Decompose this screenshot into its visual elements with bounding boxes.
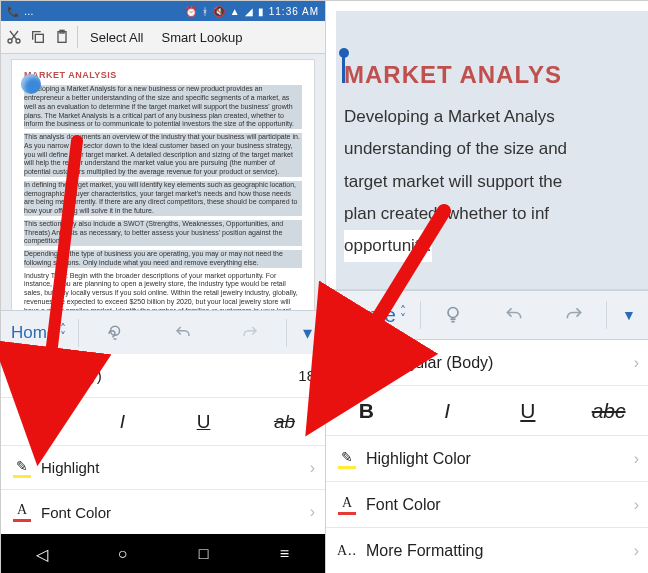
home-nav-icon[interactable]: ○ <box>82 534 163 573</box>
context-toolbar: Select All Smart Lookup <box>1 21 325 54</box>
ribbon-bar: Home ˄˅ ▼ <box>326 290 648 340</box>
font-color-icon: A <box>336 495 358 515</box>
highlight-row[interactable]: ✎ Highlight Color › <box>326 436 648 482</box>
bold-button[interactable]: B <box>326 386 407 436</box>
android-status-bar: 📞 … ⏰ ᚼ 🔇 ▲ ◢ ▮ 11:36 AM <box>1 1 325 21</box>
copy-icon[interactable] <box>29 28 47 46</box>
redo-icon[interactable] <box>216 324 284 342</box>
separator <box>606 301 607 329</box>
doc-para: This analysis documents an overview of t… <box>24 133 302 177</box>
font-color-row[interactable]: A Font Color › <box>326 482 648 528</box>
tell-me-icon[interactable] <box>81 324 149 342</box>
signal-icon: ◢ <box>245 6 254 17</box>
paste-icon[interactable] <box>53 28 71 46</box>
battery-icon: ▮ <box>258 6 265 17</box>
format-panel: Calibri (Body) 18 B I U ab ✎ Highlight ›… <box>1 354 325 534</box>
bluetooth-icon: ᚼ <box>202 6 209 17</box>
chevron-right-icon: › <box>634 542 639 560</box>
ribbon-bar: Home ˄˅ ▾ <box>1 310 325 354</box>
zoom-line: understanding of the size and <box>344 133 648 165</box>
font-color-label: Font Color <box>366 496 634 514</box>
smart-lookup-button[interactable]: Smart Lookup <box>155 26 248 49</box>
status-left-icons: 📞 … <box>7 6 35 17</box>
tell-me-icon[interactable] <box>423 305 483 325</box>
chevron-right-icon: › <box>634 496 639 514</box>
font-name: Calibri Regular (Body) <box>336 354 634 372</box>
italic-button[interactable]: I <box>407 386 488 436</box>
doc-para: Developing a Market Analysis for a new b… <box>24 85 302 129</box>
chevron-right-icon: › <box>634 354 639 372</box>
menu-nav-icon[interactable]: ≡ <box>244 534 325 573</box>
chevron-updown-icon: ˄˅ <box>400 307 406 323</box>
collapse-ribbon-icon[interactable]: ▾ <box>289 322 325 344</box>
separator <box>420 301 421 329</box>
selection-handle[interactable] <box>21 74 41 94</box>
chevron-right-icon: › <box>310 503 315 521</box>
recent-nav-icon[interactable]: □ <box>163 534 244 573</box>
zoom-content: MARKET ANALYS Developing a Market Analys… <box>344 61 648 262</box>
ribbon-tab-home[interactable]: Home ˄˅ <box>326 303 418 327</box>
doc-title-zoom: MARKET ANALYS <box>344 61 648 89</box>
more-formatting-label: More Formatting <box>366 542 634 560</box>
zoom-line: plan created, whether to inf <box>344 198 648 230</box>
redo-icon[interactable] <box>544 305 604 325</box>
more-formatting-icon: A.. <box>336 543 358 559</box>
highlight-row[interactable]: ✎ Highlight › <box>1 446 325 490</box>
font-row[interactable]: Calibri Regular (Body) › <box>326 340 648 386</box>
style-row: B I U ab <box>1 398 325 446</box>
doc-para: Depending on the type of business you ar… <box>24 250 302 268</box>
ribbon-tab-home[interactable]: Home ˄˅ <box>1 323 76 343</box>
font-color-icon: A <box>11 502 33 522</box>
bold-button[interactable]: B <box>1 398 82 446</box>
android-nav-bar: ◁ ○ □ ≡ <box>1 534 325 573</box>
chevron-right-icon: › <box>310 459 315 477</box>
highlight-label: Highlight <box>41 459 310 476</box>
ribbon-tab-label: Home <box>340 303 396 327</box>
highlight-icon: ✎ <box>336 449 358 469</box>
font-color-label: Font Color <box>41 504 310 521</box>
undo-icon[interactable] <box>483 305 543 325</box>
cut-icon[interactable] <box>5 28 23 46</box>
font-row[interactable]: Calibri (Body) 18 <box>1 354 325 398</box>
font-color-row[interactable]: A Font Color › <box>1 490 325 534</box>
doc-para: In defining the target market, you will … <box>24 181 302 216</box>
document-viewport[interactable]: MARKET ANALYSIS Developing a Market Anal… <box>1 54 325 310</box>
font-size: 18 <box>298 367 315 384</box>
zoom-line: Developing a Market Analys <box>344 101 648 133</box>
zoom-line: opportunity. <box>344 230 432 262</box>
svg-rect-2 <box>35 34 43 42</box>
wifi-icon: ▲ <box>230 6 241 17</box>
document-viewport-zoom[interactable]: MARKET ANALYS Developing a Market Analys… <box>326 1 648 290</box>
italic-button[interactable]: I <box>82 398 163 446</box>
collapse-ribbon-icon[interactable]: ▼ <box>609 307 648 323</box>
status-right-icons: ⏰ ᚼ 🔇 ▲ ◢ ▮ 11:36 AM <box>185 6 319 17</box>
alarm-icon: ⏰ <box>185 6 198 17</box>
chevron-updown-icon: ˄˅ <box>60 325 66 341</box>
status-time: 11:36 AM <box>269 6 319 17</box>
select-all-button[interactable]: Select All <box>84 26 149 49</box>
chevron-right-icon: › <box>634 450 639 468</box>
underline-button[interactable]: U <box>163 398 244 446</box>
right-screenshot: MARKET ANALYS Developing a Market Analys… <box>325 1 648 573</box>
zoom-line: target market will support the <box>344 166 648 198</box>
underline-button[interactable]: U <box>488 386 569 436</box>
ribbon-tab-label: Home <box>11 323 56 343</box>
font-name: Calibri (Body) <box>11 367 298 384</box>
svg-point-6 <box>448 308 458 318</box>
style-row: B I U abc <box>326 386 648 436</box>
back-nav-icon[interactable]: ◁ <box>1 534 82 573</box>
strike-button[interactable]: abc <box>568 386 648 436</box>
more-formatting-row[interactable]: A.. More Formatting › <box>326 528 648 573</box>
format-panel: Calibri Regular (Body) › B I U abc ✎ Hig… <box>326 340 648 573</box>
highlight-icon: ✎ <box>11 458 33 478</box>
mute-icon: 🔇 <box>213 6 226 17</box>
doc-para: This section may also include a SWOT (St… <box>24 220 302 246</box>
left-screenshot: 📞 … ⏰ ᚼ 🔇 ▲ ◢ ▮ 11:36 AM Select All <box>1 1 325 573</box>
strike-button[interactable]: ab <box>244 398 325 446</box>
undo-icon[interactable] <box>149 324 217 342</box>
highlight-label: Highlight Color <box>366 450 634 468</box>
doc-title: MARKET ANALYSIS <box>24 70 302 81</box>
separator <box>286 319 287 347</box>
separator <box>78 319 79 347</box>
document-page: MARKET ANALYSIS Developing a Market Anal… <box>12 60 314 310</box>
